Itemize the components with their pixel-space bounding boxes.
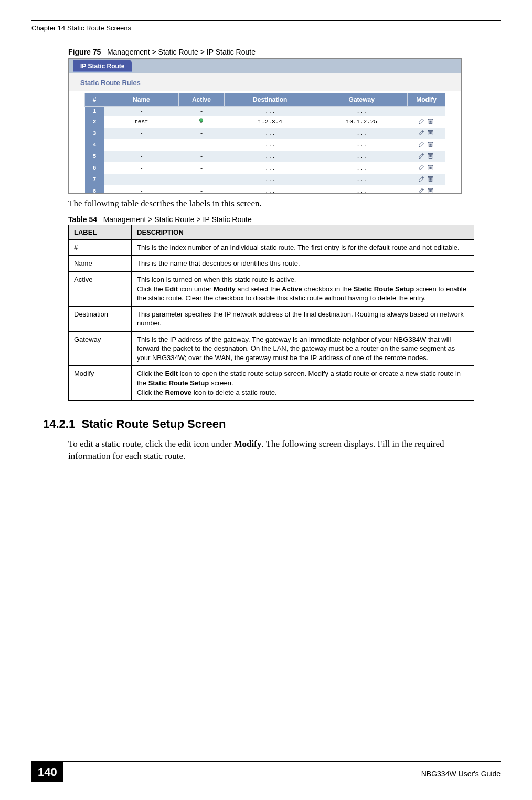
page-number: 140 xyxy=(31,762,63,782)
table-row: 7--...... xyxy=(85,174,445,185)
row-name: - xyxy=(104,162,179,174)
edit-icon[interactable] xyxy=(418,187,425,194)
table-caption: Table 54 Management > Static Route > IP … xyxy=(68,215,474,224)
row-destination: ... xyxy=(225,174,316,185)
row-active: - xyxy=(178,151,224,162)
table-label: Table 54 xyxy=(68,215,97,224)
section-heading: 14.2.1 Static Route Setup Screen xyxy=(43,417,474,431)
desc-label: Modify xyxy=(69,366,132,401)
desc-text: This parameter specifies the IP network … xyxy=(132,306,474,331)
svg-rect-28 xyxy=(429,176,433,177)
edit-icon[interactable] xyxy=(418,175,425,182)
label-description-table: LABEL DESCRIPTION #This is the index num… xyxy=(68,225,474,401)
table-row: DestinationThis parameter specifies the … xyxy=(69,306,474,331)
desc-label: Active xyxy=(69,272,132,307)
svg-rect-8 xyxy=(429,130,433,131)
col-header-destination: Destination xyxy=(225,93,316,107)
section-body: To edit a static route, click the edit i… xyxy=(68,438,474,462)
row-destination: ... xyxy=(225,128,316,139)
table-row: 5--...... xyxy=(85,151,445,162)
desc-text: Click the Edit icon to open the static r… xyxy=(132,366,474,401)
table-caption-text: Management > Static Route > IP Static Ro… xyxy=(103,215,252,224)
row-index: 8 xyxy=(85,185,104,194)
row-index: 3 xyxy=(85,128,104,139)
svg-rect-3 xyxy=(429,119,433,120)
row-modify xyxy=(407,128,445,139)
svg-point-0 xyxy=(200,119,204,122)
svg-rect-1 xyxy=(200,122,202,123)
figure-label: Figure 75 xyxy=(68,48,101,56)
table-row: ModifyClick the Edit icon to open the st… xyxy=(69,366,474,401)
remove-icon[interactable] xyxy=(427,175,434,182)
table-row: #This is the index number of an individu… xyxy=(69,239,474,256)
edit-icon[interactable] xyxy=(418,118,425,124)
remove-icon[interactable] xyxy=(427,187,434,194)
table-row: 2test1.2.3.410.1.2.25 xyxy=(85,116,445,128)
col-header-active: Active xyxy=(178,93,224,107)
row-gateway: ... xyxy=(316,128,407,139)
table-row: 8--...... xyxy=(85,185,445,194)
edit-icon[interactable] xyxy=(418,152,425,159)
remove-icon[interactable] xyxy=(427,118,434,124)
table-row: 1--...... xyxy=(85,107,445,117)
remove-icon[interactable] xyxy=(427,129,434,136)
svg-rect-33 xyxy=(429,188,433,189)
row-name: - xyxy=(104,107,179,117)
row-gateway: 10.1.2.25 xyxy=(316,116,407,128)
table-row: NameThis is the name that describes or i… xyxy=(69,256,474,272)
row-modify xyxy=(407,116,445,128)
row-active: - xyxy=(178,107,224,117)
table-row: ActiveThis icon is turned on when this s… xyxy=(69,272,474,307)
tab-ip-static-route[interactable]: IP Static Route xyxy=(73,60,132,72)
row-destination: ... xyxy=(225,185,316,194)
svg-rect-23 xyxy=(429,165,433,166)
desc-label: # xyxy=(69,239,132,256)
desc-label: Gateway xyxy=(69,331,132,366)
row-modify xyxy=(407,107,445,117)
footer-guide: NBG334W User's Guide xyxy=(421,770,501,778)
row-gateway: ... xyxy=(316,185,407,194)
desc-text: This is the name that describes or ident… xyxy=(132,256,474,272)
running-header: Chapter 14 Static Route Screens xyxy=(31,20,501,32)
table-row: 4--...... xyxy=(85,139,445,151)
desc-label: Name xyxy=(69,256,132,272)
row-gateway: ... xyxy=(316,139,407,151)
row-index: 2 xyxy=(85,116,104,128)
figure-caption: Figure 75 Management > Static Route > IP… xyxy=(68,48,474,56)
edit-icon[interactable] xyxy=(418,129,425,136)
panel-title: Static Route Rules xyxy=(69,73,461,91)
row-name: - xyxy=(104,185,179,194)
row-index: 1 xyxy=(85,107,104,117)
row-modify xyxy=(407,185,445,194)
desc-label: Destination xyxy=(69,306,132,331)
row-name: test xyxy=(104,116,179,128)
row-index: 5 xyxy=(85,151,104,162)
row-gateway: ... xyxy=(316,162,407,174)
desc-text: This is the IP address of the gateway. T… xyxy=(132,331,474,366)
remove-icon[interactable] xyxy=(427,141,434,148)
row-modify xyxy=(407,139,445,151)
svg-rect-13 xyxy=(429,142,433,143)
table-row: 6--...... xyxy=(85,162,445,174)
col-header-gateway: Gateway xyxy=(316,93,407,107)
screenshot-ip-static-route: IP Static Route Static Route Rules # Nam… xyxy=(68,58,462,194)
row-active: - xyxy=(178,128,224,139)
row-active: - xyxy=(178,162,224,174)
desc-text: This is the index number of an individua… xyxy=(132,239,474,256)
row-gateway: ... xyxy=(316,107,407,117)
chapter-title: Chapter 14 Static Route Screens xyxy=(31,24,131,32)
static-route-table: # Name Active Destination Gateway Modify… xyxy=(84,93,445,194)
col-header-name: Name xyxy=(104,93,179,107)
row-destination: ... xyxy=(225,107,316,117)
intro-text: The following table describes the labels… xyxy=(68,198,474,210)
remove-icon[interactable] xyxy=(427,164,434,171)
section-title: Static Route Setup Screen xyxy=(81,417,226,430)
col-header-modify: Modify xyxy=(407,93,445,107)
remove-icon[interactable] xyxy=(427,152,434,159)
edit-icon[interactable] xyxy=(418,164,425,171)
col-header-num: # xyxy=(85,93,104,107)
row-modify xyxy=(407,162,445,174)
row-gateway: ... xyxy=(316,151,407,162)
table-row: 3--...... xyxy=(85,128,445,139)
edit-icon[interactable] xyxy=(418,141,425,148)
